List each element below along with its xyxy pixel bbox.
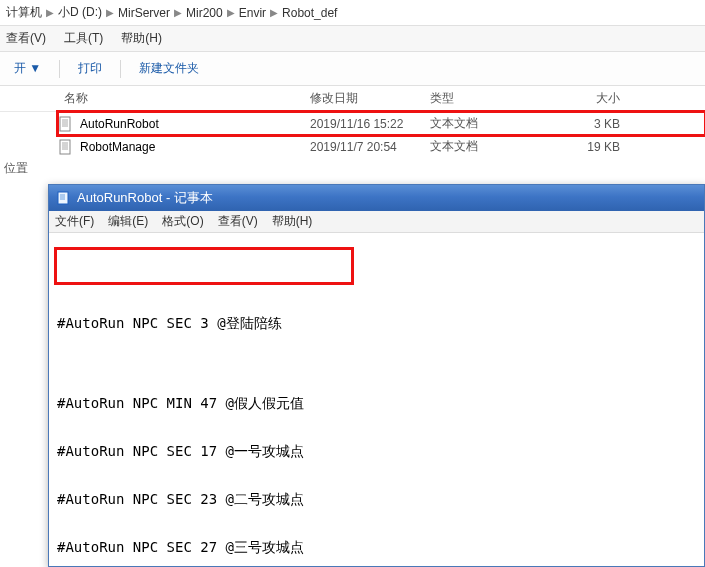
notepad-text-area[interactable]: #AutoRun NPC SEC 3 @登陆陪练 #AutoRun NPC MI… (49, 233, 704, 567)
file-name: AutoRunRobot (80, 117, 159, 131)
crumb[interactable]: Robot_def (282, 6, 337, 20)
file-size: 3 KB (530, 117, 640, 131)
chevron-right-icon: ▶ (106, 7, 114, 18)
crumb[interactable]: 计算机 (6, 4, 42, 21)
highlight-box (54, 247, 354, 285)
notepad-window: AutoRunRobot - 记事本 文件(F) 编辑(E) 格式(O) 查看(… (48, 184, 705, 567)
column-headers: 名称 修改日期 类型 大小 (0, 86, 705, 112)
notepad-titlebar[interactable]: AutoRunRobot - 记事本 (49, 185, 704, 211)
file-type: 文本文档 (430, 115, 530, 132)
explorer-sidebar-blank (0, 184, 48, 567)
notepad-title-text: AutoRunRobot - 记事本 (77, 189, 213, 207)
file-row[interactable]: RobotManage 2019/11/7 20:54 文本文档 19 KB (58, 135, 705, 158)
menu-help[interactable]: 帮助(H) (121, 30, 162, 47)
menu-view[interactable]: 查看(V) (6, 30, 46, 47)
file-date: 2019/11/7 20:54 (310, 140, 430, 154)
text-line: #AutoRun NPC SEC 27 @三号攻城点 (57, 539, 696, 555)
menu-format[interactable]: 格式(O) (162, 213, 203, 230)
svg-rect-10 (58, 192, 68, 204)
file-name: RobotManage (80, 140, 155, 154)
sidebar-label: 位置 (4, 160, 28, 177)
notepad-icon (57, 191, 71, 205)
col-name[interactable]: 名称 (0, 90, 310, 107)
explorer-menubar: 查看(V) 工具(T) 帮助(H) (0, 26, 705, 52)
menu-edit[interactable]: 编辑(E) (108, 213, 148, 230)
crumb[interactable]: 小D (D:) (58, 4, 102, 21)
menu-help[interactable]: 帮助(H) (272, 213, 313, 230)
col-date[interactable]: 修改日期 (310, 90, 430, 107)
chevron-right-icon: ▶ (46, 7, 54, 18)
notepad-menubar: 文件(F) 编辑(E) 格式(O) 查看(V) 帮助(H) (49, 211, 704, 233)
file-list: AutoRunRobot 2019/11/16 15:22 文本文档 3 KB … (0, 112, 705, 158)
file-date: 2019/11/16 15:22 (310, 117, 430, 131)
menu-file[interactable]: 文件(F) (55, 213, 94, 230)
text-line: #AutoRun NPC SEC 23 @二号攻城点 (57, 491, 696, 507)
crumb[interactable]: Envir (239, 6, 266, 20)
text-line: #AutoRun NPC MIN 47 @假人假元值 (57, 395, 696, 411)
chevron-right-icon: ▶ (270, 7, 278, 18)
new-folder-button[interactable]: 新建文件夹 (133, 58, 205, 79)
text-file-icon (58, 116, 74, 132)
file-row[interactable]: AutoRunRobot 2019/11/16 15:22 文本文档 3 KB (58, 112, 705, 135)
file-size: 19 KB (530, 140, 640, 154)
col-size[interactable]: 大小 (530, 90, 640, 107)
open-button[interactable]: 开 ▼ (8, 58, 47, 79)
chevron-right-icon: ▶ (227, 7, 235, 18)
separator (59, 60, 60, 78)
menu-tools[interactable]: 工具(T) (64, 30, 103, 47)
crumb[interactable]: MirServer (118, 6, 170, 20)
explorer-toolbar: 开 ▼ 打印 新建文件夹 (0, 52, 705, 86)
text-file-icon (58, 139, 74, 155)
breadcrumb[interactable]: 计算机 ▶ 小D (D:) ▶ MirServer ▶ Mir200 ▶ Env… (0, 0, 705, 26)
text-line: #AutoRun NPC SEC 17 @一号攻城点 (57, 443, 696, 459)
menu-view[interactable]: 查看(V) (218, 213, 258, 230)
file-type: 文本文档 (430, 138, 530, 155)
text-line: #AutoRun NPC SEC 3 @登陆陪练 (57, 315, 696, 331)
chevron-right-icon: ▶ (174, 7, 182, 18)
crumb[interactable]: Mir200 (186, 6, 223, 20)
col-type[interactable]: 类型 (430, 90, 530, 107)
print-button[interactable]: 打印 (72, 58, 108, 79)
separator (120, 60, 121, 78)
